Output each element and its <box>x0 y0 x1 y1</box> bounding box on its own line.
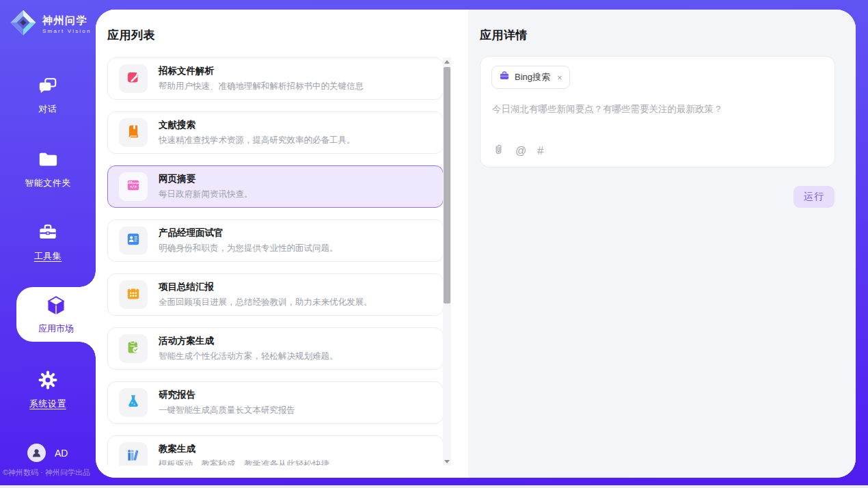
sidebar-item-toolset[interactable]: 工具集 <box>0 222 96 262</box>
browser-code-icon: </> <box>126 178 141 195</box>
app-icon-tile <box>119 118 148 147</box>
brand-name: 神州问学 <box>42 14 92 27</box>
app-window: 神州问学 Smart Vision 对话 智能文件夹 <box>0 0 868 488</box>
app-list-title: 应用列表 <box>107 27 155 43</box>
app-list-panel: 应用列表 招标文件解析 帮助用户快速 <box>96 10 468 478</box>
app-list-scrollbar <box>443 57 451 465</box>
brand-subtitle: Smart Vision <box>42 28 92 34</box>
bump-curve-bottom <box>79 342 96 358</box>
app-title: 文献搜索 <box>159 119 355 131</box>
app-title: 网页摘要 <box>159 173 253 185</box>
app-description: 快速精准查找学术资源，提高研究效率的必备工具。 <box>159 135 355 146</box>
app-detail-title: 应用详情 <box>480 27 528 43</box>
app-card-research-report[interactable]: 研究报告 一键智能生成高质量长文本研究报告 <box>107 381 444 424</box>
app-title: 产品经理面试官 <box>159 227 338 239</box>
sidebar-item-label: 工具集 <box>34 250 62 262</box>
copyright-footer: ©神州数码 · 神州问学出品 <box>3 467 105 478</box>
calendar-icon <box>126 286 141 303</box>
app-title: 活动方案生成 <box>159 335 338 347</box>
gear-icon <box>38 370 58 393</box>
app-description: 全面回顾项目进展，总结经验教训，助力未来优化发展。 <box>159 297 372 308</box>
app-detail-panel: 应用详情 Bing搜索 × 今日湖北有哪些新闻要点？有哪些需要关注的最新政策？ <box>468 10 856 478</box>
query-input[interactable]: 今日湖北有哪些新闻要点？有哪些需要关注的最新政策？ <box>492 103 824 116</box>
app-icon-tile <box>119 64 148 93</box>
app-icon-tile <box>119 226 148 255</box>
window-bottom-edge <box>0 485 868 488</box>
diamond-logo-icon <box>9 8 38 40</box>
app-card-literature-search[interactable]: 文献搜索 快速精准查找学术资源，提高研究效率的必备工具。 <box>107 111 444 154</box>
sidebar-item-label: 应用市场 <box>38 323 74 335</box>
clipboard-check-icon <box>126 340 141 357</box>
cube-icon <box>45 295 67 319</box>
app-title: 项目总结汇报 <box>159 281 372 293</box>
toolbox-icon <box>38 222 58 245</box>
scrollbar-thumb[interactable] <box>444 67 450 303</box>
app-card-event-plan[interactable]: 活动方案生成 智能生成个性化活动方案，轻松解决规划难题。 <box>107 327 444 370</box>
scrollbar-up-arrow-icon[interactable] <box>443 57 451 66</box>
user-name: AD <box>55 448 68 459</box>
bump-curve-top <box>79 271 96 287</box>
query-composer: Bing搜索 × 今日湖北有哪些新闻要点？有哪些需要关注的最新政策？ @ # <box>480 56 835 167</box>
app-icon-tile: </> <box>119 172 148 201</box>
app-title: 研究报告 <box>159 389 295 401</box>
app-description: 模板驱动，教案秒成，教学准备从此轻松快捷 <box>159 459 329 465</box>
tool-tag-bing-search[interactable]: Bing搜索 × <box>491 66 570 89</box>
tool-tag-label: Bing搜索 <box>515 71 550 83</box>
mention-icon[interactable]: @ <box>515 146 526 157</box>
svg-text:</>: </> <box>130 185 137 189</box>
app-icon-tile <box>119 280 148 309</box>
user-account[interactable]: AD <box>27 444 68 462</box>
briefcase-icon <box>499 70 510 84</box>
edit-document-icon <box>126 70 141 87</box>
sidebar-item-smart-folder[interactable]: 智能文件夹 <box>0 149 96 189</box>
app-title: 招标文件解析 <box>159 65 364 77</box>
app-description: 明确身份和职责，为您提供专业性的面试问题。 <box>159 243 338 254</box>
sidebar-item-chat[interactable]: 对话 <box>0 75 96 116</box>
app-title: 教案生成 <box>159 443 329 455</box>
app-description: 每日政府新闻资讯快查。 <box>159 189 253 200</box>
app-icon-tile <box>119 442 148 465</box>
hash-icon[interactable]: # <box>537 146 543 157</box>
sidebar-item-label: 对话 <box>39 103 57 116</box>
app-card-list: 招标文件解析 帮助用户快速、准确地理解和解析招标书中的关键信息 <box>107 57 444 465</box>
user-avatar-icon <box>27 444 46 462</box>
sidebar-item-app-market[interactable]: 应用市场 <box>16 287 96 342</box>
app-card-lesson-plan[interactable]: 教案生成 模板驱动，教案秒成，教学准备从此轻松快捷 <box>107 435 444 465</box>
content-frame: 应用列表 招标文件解析 帮助用户快速 <box>96 10 856 478</box>
chat-icon <box>38 75 58 98</box>
sidebar-item-label: 智能文件夹 <box>25 177 71 189</box>
folder-icon <box>38 149 58 172</box>
run-button[interactable]: 运行 <box>794 186 835 208</box>
sidebar-item-settings[interactable]: 系统设置 <box>0 370 96 410</box>
interview-icon <box>126 232 141 249</box>
book-icon <box>126 124 141 141</box>
sidebar-item-label: 系统设置 <box>29 398 66 410</box>
scrollbar-down-arrow-icon[interactable] <box>443 457 451 465</box>
app-card-project-summary[interactable]: 项目总结汇报 全面回顾项目进展，总结经验教训，助力未来优化发展。 <box>107 273 444 316</box>
books-icon <box>126 448 141 465</box>
app-card-web-summary[interactable]: </> 网页摘要 每日政府新闻资讯快查。 <box>107 165 444 208</box>
app-icon-tile <box>119 334 148 363</box>
close-icon[interactable]: × <box>557 73 562 82</box>
app-description: 智能生成个性化活动方案，轻松解决规划难题。 <box>159 351 338 362</box>
research-flask-icon <box>126 394 141 411</box>
paperclip-icon[interactable] <box>493 144 504 158</box>
app-description: 一键智能生成高质量长文本研究报告 <box>159 405 295 416</box>
app-description: 帮助用户快速、准确地理解和解析招标书中的关键信息 <box>159 81 364 92</box>
sidebar: 神州问学 Smart Vision 对话 智能文件夹 <box>0 0 96 488</box>
brand-logo: 神州问学 Smart Vision <box>9 8 92 40</box>
app-card-pm-interviewer[interactable]: 产品经理面试官 明确身份和职责，为您提供专业性的面试问题。 <box>107 219 444 262</box>
app-icon-tile <box>119 388 148 417</box>
app-card-bid-parsing[interactable]: 招标文件解析 帮助用户快速、准确地理解和解析招标书中的关键信息 <box>107 57 444 100</box>
composer-toolbar: @ # <box>493 144 543 158</box>
